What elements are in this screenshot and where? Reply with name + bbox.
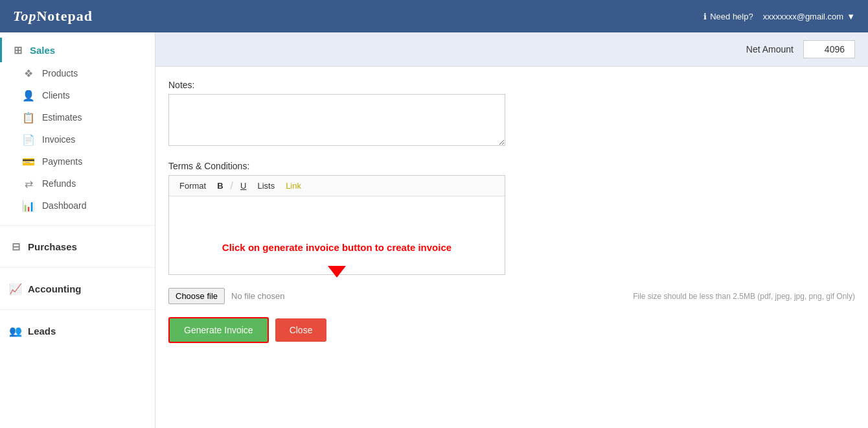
- sidebar-item-invoices[interactable]: 📄 Invoices: [0, 128, 155, 150]
- format-button[interactable]: Format: [176, 180, 210, 192]
- buttons-row: Generate Invoice Close: [168, 317, 855, 343]
- net-amount-value: 4096: [803, 40, 855, 58]
- bold-button[interactable]: B: [213, 180, 227, 192]
- content-area: Net Amount 4096 Notes: Terms & Condition…: [155, 32, 868, 428]
- editor-body[interactable]: Click on generate invoice button to crea…: [169, 196, 505, 274]
- lists-button[interactable]: Lists: [253, 180, 279, 192]
- separator-1: /: [231, 180, 233, 192]
- sales-label: Sales: [30, 45, 55, 56]
- notes-textarea[interactable]: [168, 94, 505, 146]
- accounting-icon: 📈: [10, 283, 21, 294]
- estimates-icon: 📋: [23, 112, 34, 123]
- net-amount-bar: Net Amount 4096: [155, 32, 868, 67]
- user-menu[interactable]: xxxxxxxx@gmail.com ▼: [763, 12, 855, 21]
- sidebar-item-purchases[interactable]: ⊟ Purchases: [0, 234, 155, 259]
- arrow-head: [328, 266, 346, 278]
- payments-icon: 💳: [23, 156, 34, 167]
- sidebar-item-payments[interactable]: 💳 Payments: [0, 150, 155, 172]
- terms-label: Terms & Conditions:: [168, 161, 855, 171]
- net-amount-label: Net Amount: [746, 44, 794, 54]
- editor-toolbar: Format B / U Lists Link: [169, 176, 505, 196]
- refunds-label: Refunds: [42, 178, 76, 189]
- logo: TopNotepad: [13, 8, 93, 25]
- sidebar: ⊞ Sales ❖ Products 👤 Clients 📋 Estimates…: [0, 32, 155, 428]
- choose-file-button[interactable]: Choose file: [168, 288, 225, 304]
- help-icon: ℹ: [703, 12, 707, 21]
- form-content: Notes: Terms & Conditions: Format B / U …: [155, 67, 868, 356]
- file-input-row: Choose file No file chosen File size sho…: [168, 288, 855, 304]
- payments-label: Payments: [42, 156, 82, 167]
- close-button[interactable]: Close: [275, 318, 327, 342]
- main-content: Net Amount 4096 Notes: Terms & Condition…: [155, 32, 868, 428]
- sidebar-item-sales[interactable]: ⊞ Sales: [0, 38, 155, 62]
- divider-2: [0, 267, 155, 268]
- leads-label: Leads: [28, 326, 56, 337]
- sidebar-item-estimates[interactable]: 📋 Estimates: [0, 106, 155, 128]
- divider-3: [0, 309, 155, 310]
- dashboard-label: Dashboard: [42, 200, 87, 211]
- dashboard-icon: 📊: [23, 200, 34, 211]
- sales-icon: ⊞: [12, 44, 23, 56]
- clients-icon: 👤: [23, 89, 34, 101]
- estimates-label: Estimates: [42, 112, 82, 123]
- help-link[interactable]: ℹ Need help?: [703, 12, 753, 21]
- instruction-text: Click on generate invoice button to crea…: [212, 232, 461, 263]
- sidebar-item-leads[interactable]: 👥 Leads: [0, 318, 155, 343]
- refunds-icon: ⇄: [23, 178, 34, 189]
- divider-1: [0, 225, 155, 226]
- file-size-info: File size should be less than 2.5MB (pdf…: [633, 292, 855, 301]
- invoices-label: Invoices: [42, 134, 75, 145]
- invoices-icon: 📄: [23, 134, 34, 145]
- notes-label: Notes:: [168, 80, 855, 90]
- link-button[interactable]: Link: [282, 180, 305, 192]
- chevron-down-icon: ▼: [847, 12, 855, 21]
- sidebar-item-clients[interactable]: 👤 Clients: [0, 84, 155, 106]
- accounting-label: Accounting: [28, 283, 82, 294]
- sidebar-item-products[interactable]: ❖ Products: [0, 62, 155, 84]
- purchases-icon: ⊟: [10, 241, 21, 252]
- header: TopNotepad ℹ Need help? xxxxxxxx@gmail.c…: [0, 0, 868, 32]
- clients-label: Clients: [42, 90, 70, 101]
- layout: ⊞ Sales ❖ Products 👤 Clients 📋 Estimates…: [0, 32, 868, 428]
- leads-icon: 👥: [10, 325, 21, 337]
- sidebar-item-refunds[interactable]: ⇄ Refunds: [0, 172, 155, 195]
- file-no-chosen-text: No file chosen: [231, 291, 284, 301]
- leads-section: 👥 Leads: [0, 313, 155, 348]
- products-label: Products: [42, 68, 78, 78]
- generate-invoice-button[interactable]: Generate Invoice: [168, 317, 269, 343]
- help-label: Need help?: [710, 12, 753, 21]
- sales-section: ⊞ Sales ❖ Products 👤 Clients 📋 Estimates…: [0, 32, 155, 222]
- header-right: ℹ Need help? xxxxxxxx@gmail.com ▼: [703, 12, 855, 21]
- sidebar-item-dashboard[interactable]: 📊 Dashboard: [0, 195, 155, 217]
- underline-button[interactable]: U: [236, 180, 250, 192]
- sidebar-item-accounting[interactable]: 📈 Accounting: [0, 276, 155, 301]
- rich-editor: Format B / U Lists Link Click on generat…: [168, 175, 505, 275]
- user-email: xxxxxxxx@gmail.com: [763, 12, 843, 21]
- accounting-section: 📈 Accounting: [0, 271, 155, 306]
- notes-section: Notes:: [168, 80, 855, 148]
- terms-section: Terms & Conditions: Format B / U Lists L…: [168, 161, 855, 275]
- purchases-label: Purchases: [28, 241, 77, 252]
- products-icon: ❖: [23, 67, 34, 79]
- purchases-section: ⊟ Purchases: [0, 229, 155, 264]
